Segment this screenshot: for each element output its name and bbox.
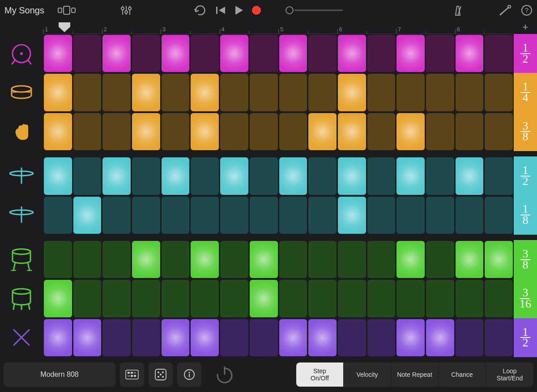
help-icon[interactable]: ?	[521, 3, 533, 17]
step-cell[interactable]	[102, 197, 131, 234]
step-cell[interactable]	[73, 319, 102, 356]
record-icon[interactable]	[252, 3, 261, 17]
step-cell[interactable]	[426, 113, 454, 150]
step-cell[interactable]	[396, 280, 425, 317]
step-cell[interactable]	[132, 157, 160, 194]
add-bars-button[interactable]: +	[514, 21, 537, 34]
step-cell[interactable]	[456, 319, 484, 356]
mode-note-repeat[interactable]: Note Repeat	[391, 362, 439, 387]
step-cell[interactable]	[456, 113, 484, 150]
step-cell[interactable]	[485, 241, 513, 278]
step-cell[interactable]	[338, 319, 366, 356]
step-cell[interactable]	[338, 157, 366, 194]
step-cell[interactable]	[279, 197, 307, 234]
step-cell[interactable]	[132, 280, 160, 317]
randomize-icon[interactable]	[149, 362, 173, 387]
step-cell[interactable]	[426, 280, 454, 317]
step-cell[interactable]	[367, 197, 396, 234]
step-cell[interactable]	[191, 35, 219, 72]
step-cell[interactable]	[162, 319, 190, 356]
step-cell[interactable]	[162, 35, 190, 72]
step-cell[interactable]	[338, 280, 366, 317]
step-cell[interactable]	[44, 35, 72, 72]
step-cell[interactable]	[191, 197, 219, 234]
step-cell[interactable]	[367, 35, 396, 72]
step-cell[interactable]	[426, 157, 454, 194]
step-cell[interactable]	[485, 157, 513, 194]
step-cell[interactable]	[162, 113, 190, 150]
hihat1-icon[interactable]	[0, 156, 43, 195]
ruler-bar[interactable]: 1	[43, 21, 102, 34]
step-cell[interactable]	[396, 113, 425, 150]
step-cell[interactable]	[250, 113, 278, 150]
division-label[interactable]: 12	[514, 156, 537, 195]
step-cell[interactable]	[102, 157, 131, 194]
step-cell[interactable]	[191, 113, 219, 150]
step-cell[interactable]	[73, 197, 102, 234]
division-label[interactable]: 38	[514, 112, 537, 151]
step-cell[interactable]	[250, 74, 278, 111]
go-to-start-icon[interactable]	[215, 3, 226, 17]
ruler-bar[interactable]: 3	[161, 21, 220, 34]
step-cell[interactable]	[456, 35, 484, 72]
step-cell[interactable]	[73, 280, 102, 317]
step-cell[interactable]	[250, 319, 278, 356]
step-cell[interactable]	[308, 280, 337, 317]
step-cell[interactable]	[396, 319, 425, 356]
step-cell[interactable]	[220, 197, 248, 234]
step-cell[interactable]	[132, 241, 160, 278]
browser-icon[interactable]	[53, 3, 82, 17]
step-cell[interactable]	[191, 280, 219, 317]
step-cell[interactable]	[102, 35, 131, 72]
songs-button[interactable]: My Songs	[4, 5, 44, 16]
step-cell[interactable]	[308, 319, 337, 356]
division-label[interactable]: 18	[514, 196, 537, 235]
master-volume-icon[interactable]	[285, 3, 343, 17]
step-cell[interactable]	[485, 35, 513, 72]
power-icon[interactable]	[206, 364, 243, 385]
step-cell[interactable]	[308, 241, 337, 278]
step-cell[interactable]	[220, 280, 248, 317]
step-cell[interactable]	[44, 113, 72, 150]
division-label[interactable]: 14	[514, 73, 537, 112]
division-label[interactable]: 12	[514, 34, 537, 73]
settings-icon[interactable]	[499, 3, 512, 17]
step-cell[interactable]	[396, 197, 425, 234]
step-cell[interactable]	[132, 35, 160, 72]
undo-icon[interactable]	[194, 3, 207, 17]
step-cell[interactable]	[102, 319, 131, 356]
step-cell[interactable]	[426, 35, 454, 72]
step-cell[interactable]	[191, 157, 219, 194]
step-cell[interactable]	[191, 241, 219, 278]
step-cell[interactable]	[73, 157, 102, 194]
step-cell[interactable]	[132, 319, 160, 356]
step-cell[interactable]	[44, 197, 72, 234]
step-cell[interactable]	[73, 74, 102, 111]
step-cell[interactable]	[485, 319, 513, 356]
patterns-icon[interactable]	[120, 362, 144, 387]
step-cell[interactable]	[162, 74, 190, 111]
step-cell[interactable]	[191, 319, 219, 356]
step-cell[interactable]	[338, 197, 366, 234]
step-cell[interactable]	[396, 157, 425, 194]
step-cell[interactable]	[367, 319, 396, 356]
step-cell[interactable]	[456, 157, 484, 194]
step-cell[interactable]	[367, 74, 396, 111]
ruler-bar[interactable]: 2	[102, 21, 161, 34]
ruler-bar[interactable]: 8	[455, 21, 514, 34]
mode-step-on-off[interactable]: Step On/Off	[296, 362, 344, 387]
hihat2-icon[interactable]	[0, 196, 43, 235]
mixer-icon[interactable]	[116, 3, 136, 17]
step-cell[interactable]	[456, 241, 484, 278]
step-cell[interactable]	[396, 35, 425, 72]
step-cell[interactable]	[338, 241, 366, 278]
step-cell[interactable]	[308, 197, 337, 234]
step-cell[interactable]	[485, 197, 513, 234]
step-cell[interactable]	[220, 113, 248, 150]
mode-chance[interactable]: Chance	[439, 362, 486, 387]
division-label[interactable]: 12	[514, 318, 537, 357]
step-cell[interactable]	[250, 241, 278, 278]
step-cell[interactable]	[44, 241, 72, 278]
step-cell[interactable]	[279, 280, 307, 317]
preset-selector[interactable]: Modern 808	[4, 362, 115, 387]
